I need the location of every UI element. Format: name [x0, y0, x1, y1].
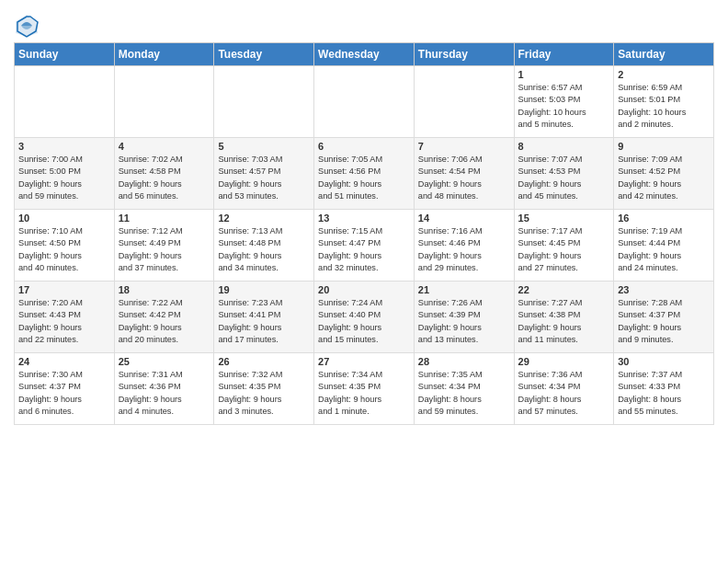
day-info: Sunrise: 7:26 AM Sunset: 4:39 PM Dayligh…: [418, 297, 510, 346]
calendar-cell: 10Sunrise: 7:10 AM Sunset: 4:50 PM Dayli…: [15, 210, 115, 282]
day-number: 10: [18, 213, 110, 224]
day-number: 7: [418, 141, 510, 152]
day-info: Sunrise: 7:36 AM Sunset: 4:34 PM Dayligh…: [518, 369, 610, 418]
calendar-cell: 30Sunrise: 7:37 AM Sunset: 4:33 PM Dayli…: [614, 353, 714, 425]
day-number: 23: [618, 284, 710, 295]
calendar-cell: 1Sunrise: 6:57 AM Sunset: 5:03 PM Daylig…: [514, 66, 614, 138]
day-number: 18: [119, 284, 210, 295]
day-info: Sunrise: 7:17 AM Sunset: 4:45 PM Dayligh…: [518, 225, 610, 274]
calendar-cell: 5Sunrise: 7:03 AM Sunset: 4:57 PM Daylig…: [214, 138, 314, 210]
calendar-cell: 21Sunrise: 7:26 AM Sunset: 4:39 PM Dayli…: [414, 282, 514, 353]
calendar-cell: 24Sunrise: 7:30 AM Sunset: 4:37 PM Dayli…: [15, 353, 115, 425]
day-info: Sunrise: 7:02 AM Sunset: 4:58 PM Dayligh…: [119, 154, 210, 202]
calendar-cell: 17Sunrise: 7:20 AM Sunset: 4:43 PM Dayli…: [15, 282, 115, 353]
day-info: Sunrise: 7:16 AM Sunset: 4:46 PM Dayligh…: [418, 225, 510, 274]
day-info: Sunrise: 7:15 AM Sunset: 4:47 PM Dayligh…: [318, 225, 410, 274]
day-info: Sunrise: 7:05 AM Sunset: 4:56 PM Dayligh…: [318, 154, 410, 202]
day-info: Sunrise: 7:31 AM Sunset: 4:36 PM Dayligh…: [119, 369, 210, 418]
day-info: Sunrise: 7:03 AM Sunset: 4:57 PM Dayligh…: [218, 154, 310, 202]
day-number: 30: [618, 356, 710, 367]
day-info: Sunrise: 7:20 AM Sunset: 4:43 PM Dayligh…: [18, 297, 110, 346]
day-number: 1: [518, 69, 610, 80]
calendar-cell: 14Sunrise: 7:16 AM Sunset: 4:46 PM Dayli…: [414, 210, 514, 282]
weekday-header-friday: Friday: [514, 43, 614, 66]
day-number: 26: [218, 356, 310, 367]
calendar-cell: 7Sunrise: 7:06 AM Sunset: 4:54 PM Daylig…: [414, 138, 514, 210]
calendar-cell: 29Sunrise: 7:36 AM Sunset: 4:34 PM Dayli…: [514, 353, 614, 425]
calendar-cell: 8Sunrise: 7:07 AM Sunset: 4:53 PM Daylig…: [514, 138, 614, 210]
calendar-cell: [314, 66, 415, 138]
calendar-cell: 15Sunrise: 7:17 AM Sunset: 4:45 PM Dayli…: [514, 210, 614, 282]
day-info: Sunrise: 6:59 AM Sunset: 5:01 PM Dayligh…: [618, 82, 710, 131]
day-number: 29: [518, 356, 610, 367]
calendar-table: SundayMondayTuesdayWednesdayThursdayFrid…: [14, 42, 714, 425]
calendar-cell: 16Sunrise: 7:19 AM Sunset: 4:44 PM Dayli…: [614, 210, 714, 282]
day-number: 2: [618, 69, 710, 80]
weekday-header-thursday: Thursday: [414, 43, 514, 66]
day-info: Sunrise: 6:57 AM Sunset: 5:03 PM Dayligh…: [518, 82, 610, 131]
weekday-header-saturday: Saturday: [614, 43, 714, 66]
calendar-cell: 9Sunrise: 7:09 AM Sunset: 4:52 PM Daylig…: [614, 138, 714, 210]
calendar-cell: 13Sunrise: 7:15 AM Sunset: 4:47 PM Dayli…: [314, 210, 415, 282]
day-info: Sunrise: 7:32 AM Sunset: 4:35 PM Dayligh…: [218, 369, 310, 418]
day-info: Sunrise: 7:10 AM Sunset: 4:50 PM Dayligh…: [18, 225, 110, 274]
day-number: 14: [418, 213, 510, 224]
day-number: 15: [518, 213, 610, 224]
day-number: 22: [518, 284, 610, 295]
calendar-cell: 27Sunrise: 7:34 AM Sunset: 4:35 PM Dayli…: [314, 353, 415, 425]
week-row-5: 24Sunrise: 7:30 AM Sunset: 4:37 PM Dayli…: [15, 353, 714, 425]
calendar-cell: 3Sunrise: 7:00 AM Sunset: 5:00 PM Daylig…: [15, 138, 115, 210]
week-row-1: 1Sunrise: 6:57 AM Sunset: 5:03 PM Daylig…: [15, 66, 714, 138]
day-number: 28: [418, 356, 510, 367]
day-number: 27: [318, 356, 410, 367]
day-info: Sunrise: 7:35 AM Sunset: 4:34 PM Dayligh…: [418, 369, 510, 418]
weekday-header-wednesday: Wednesday: [314, 43, 415, 66]
day-number: 25: [119, 356, 210, 367]
calendar-cell: 12Sunrise: 7:13 AM Sunset: 4:48 PM Dayli…: [214, 210, 314, 282]
day-info: Sunrise: 7:19 AM Sunset: 4:44 PM Dayligh…: [618, 225, 710, 274]
day-info: Sunrise: 7:28 AM Sunset: 4:37 PM Dayligh…: [618, 297, 710, 346]
calendar-cell: 19Sunrise: 7:23 AM Sunset: 4:41 PM Dayli…: [214, 282, 314, 353]
day-number: 16: [618, 213, 710, 224]
calendar-cell: 18Sunrise: 7:22 AM Sunset: 4:42 PM Dayli…: [114, 282, 214, 353]
calendar-cell: [114, 66, 214, 138]
weekday-header-monday: Monday: [114, 43, 214, 66]
week-row-2: 3Sunrise: 7:00 AM Sunset: 5:00 PM Daylig…: [15, 138, 714, 210]
calendar-cell: 11Sunrise: 7:12 AM Sunset: 4:49 PM Dayli…: [114, 210, 214, 282]
day-info: Sunrise: 7:00 AM Sunset: 5:00 PM Dayligh…: [18, 154, 110, 202]
weekday-header-sunday: Sunday: [15, 43, 115, 66]
calendar-cell: 6Sunrise: 7:05 AM Sunset: 4:56 PM Daylig…: [314, 138, 415, 210]
calendar-cell: 2Sunrise: 6:59 AM Sunset: 5:01 PM Daylig…: [614, 66, 714, 138]
calendar-cell: 20Sunrise: 7:24 AM Sunset: 4:40 PM Dayli…: [314, 282, 415, 353]
day-number: 3: [18, 141, 110, 152]
week-row-4: 17Sunrise: 7:20 AM Sunset: 4:43 PM Dayli…: [15, 282, 714, 353]
calendar-cell: 23Sunrise: 7:28 AM Sunset: 4:37 PM Dayli…: [614, 282, 714, 353]
calendar-cell: 4Sunrise: 7:02 AM Sunset: 4:58 PM Daylig…: [114, 138, 214, 210]
day-info: Sunrise: 7:13 AM Sunset: 4:48 PM Dayligh…: [218, 225, 310, 274]
main-container: SundayMondayTuesdayWednesdayThursdayFrid…: [0, 0, 728, 432]
day-number: 11: [119, 213, 210, 224]
day-number: 21: [418, 284, 510, 295]
calendar-cell: 26Sunrise: 7:32 AM Sunset: 4:35 PM Dayli…: [214, 353, 314, 425]
day-number: 4: [119, 141, 210, 152]
calendar-cell: [15, 66, 115, 138]
day-number: 6: [318, 141, 410, 152]
day-info: Sunrise: 7:07 AM Sunset: 4:53 PM Dayligh…: [518, 154, 610, 202]
day-number: 13: [318, 213, 410, 224]
day-info: Sunrise: 7:23 AM Sunset: 4:41 PM Dayligh…: [218, 297, 310, 346]
page-header: [14, 9, 714, 39]
logo-icon: [14, 13, 40, 39]
weekday-header-row: SundayMondayTuesdayWednesdayThursdayFrid…: [15, 43, 714, 66]
calendar-cell: [214, 66, 314, 138]
logo: [14, 13, 43, 39]
day-number: 17: [18, 284, 110, 295]
calendar-cell: [414, 66, 514, 138]
day-info: Sunrise: 7:27 AM Sunset: 4:38 PM Dayligh…: [518, 297, 610, 346]
day-number: 19: [218, 284, 310, 295]
day-number: 24: [18, 356, 110, 367]
day-info: Sunrise: 7:06 AM Sunset: 4:54 PM Dayligh…: [418, 154, 510, 202]
day-info: Sunrise: 7:34 AM Sunset: 4:35 PM Dayligh…: [318, 369, 410, 418]
day-number: 12: [218, 213, 310, 224]
day-number: 5: [218, 141, 310, 152]
calendar-cell: 28Sunrise: 7:35 AM Sunset: 4:34 PM Dayli…: [414, 353, 514, 425]
